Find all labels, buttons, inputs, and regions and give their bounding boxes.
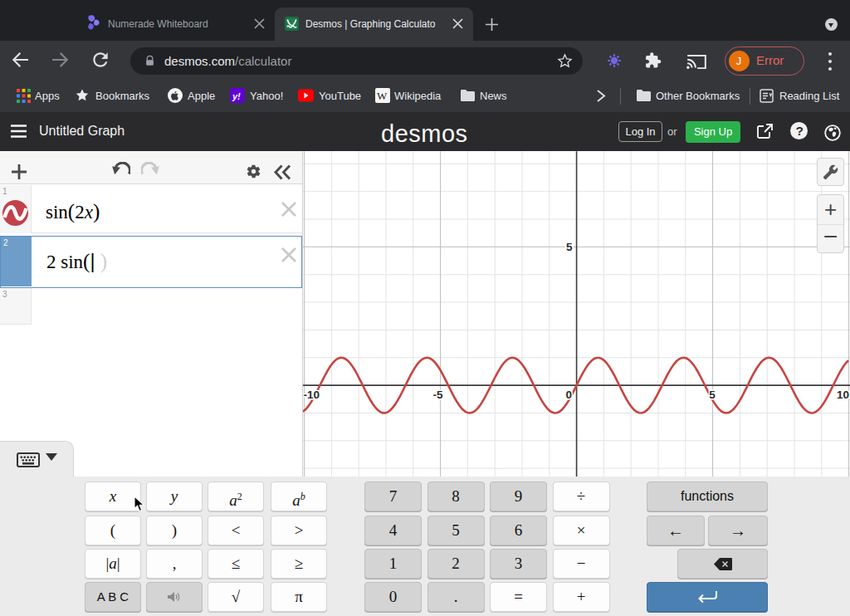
svg-text:5: 5 (709, 388, 716, 400)
svg-text:y!: y! (232, 91, 241, 101)
svg-text:-10: -10 (304, 388, 320, 400)
svg-text:-5: -5 (433, 388, 443, 400)
svg-text:W: W (377, 90, 388, 102)
svg-text:5: 5 (566, 241, 573, 253)
svg-text:10: 10 (837, 388, 849, 400)
svg-text:?: ? (796, 124, 804, 138)
svg-text:0: 0 (566, 388, 573, 400)
